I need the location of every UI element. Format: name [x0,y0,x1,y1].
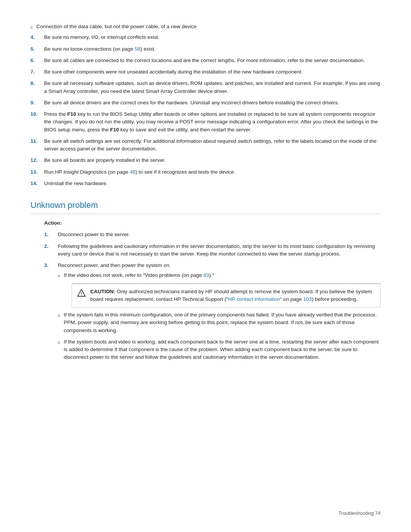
item-number: 2. [44,243,58,250]
page-link-103[interactable]: 103 [303,296,312,302]
unknown-problem-list: 1. Disconnect power to the server. 2. Fo… [44,231,381,364]
item-content: Be sure all cables are connected to the … [44,57,381,64]
bullet-text: Connection of the data cable, but not th… [37,23,197,30]
sub-bullet-item: o If the system fails in this minimum co… [58,311,381,334]
item-content: Following the guidelines and cautionary … [58,243,381,258]
bold-f10-2: F10 [110,127,119,133]
bullet-dot: o [30,24,33,30]
item-number: 5. [30,45,44,53]
hp-contact-link[interactable]: HP contact information [228,296,280,302]
item-number: 6. [30,57,44,64]
sub-bullets: o If the video does not work, refer to "… [58,272,381,279]
page-link-48[interactable]: 48 [130,169,135,175]
caution-content: CAUTION: Only authorized technicians tra… [90,288,375,304]
caution-text: Only authorized technicians trained by H… [90,289,372,302]
sub-bullet-item: o If the system boots and video is worki… [58,338,381,361]
sub-bullet-text: If the system fails in this minimum conf… [64,311,381,334]
caution-label: CAUTION: [90,289,115,294]
item-number: 7. [30,68,44,76]
svg-text:!: ! [81,291,82,296]
list-item: 8. Be sure all necessary software update… [30,80,381,95]
bold-f10: F10 [67,111,76,117]
item-text: Reconnect power, and then power the syst… [58,262,170,268]
page-link-83[interactable]: 83 [204,272,209,278]
bullet-dot: o [58,313,60,318]
item-number: 1. [44,231,58,238]
sub-bullet-text: If the system boots and video is working… [64,338,381,361]
list-item: 14. Uninstall the new hardware. [30,180,381,187]
item-number: 12. [30,157,44,164]
item-number: 14. [30,180,44,187]
item-number: 11. [30,137,44,145]
action-label: Action: [44,219,381,227]
item-number: 13. [30,168,44,176]
bullet-dot: o [58,340,60,345]
sub-bullet-text: If the video does not work, refer to "Vi… [64,272,214,279]
list-item: 7. Be sure other components were not uns… [30,68,381,76]
list-item: 9. Be sure all device drivers are the co… [30,99,381,107]
list-item: 3. Reconnect power, and then power the s… [44,262,381,364]
list-item: 1. Disconnect power to the server. [44,231,381,238]
list-item: 13. Run HP Insight Diagnostics (on page … [30,168,381,176]
top-numbered-list: 4. Be sure no memory, I/O, or interrupt … [30,34,381,187]
item-content: Be sure all necessary software updates, … [44,80,381,95]
item-content: Reconnect power, and then power the syst… [58,262,381,364]
item-number: 4. [30,34,44,41]
sub-bullet-item: o If the video does not work, refer to "… [58,272,381,279]
footer-text: Troubleshooting 74 [338,510,381,516]
list-item: 2. Following the guidelines and cautiona… [44,243,381,258]
section-heading-unknown-problem: Unknown problem [30,199,381,214]
list-item: 11. Be sure all switch settings are set … [30,137,381,153]
item-content: Disconnect power to the server. [58,231,381,238]
item-number: 9. [30,99,44,107]
warning-icon: ! [77,289,86,299]
list-item: 4. Be sure no memory, I/O, or interrupt … [30,34,381,41]
list-item: 12. Be sure all boards are properly inst… [30,157,381,164]
item-content: Be sure all device drivers are the corre… [44,99,381,107]
item-content: Press the F10 key to run the BIOS Setup … [44,110,381,134]
list-item: 10. Press the F10 key to run the BIOS Se… [30,110,381,134]
sub-bullets-after-caution: o If the system fails in this minimum co… [58,311,381,361]
item-content: Be sure no loose connections (on page 58… [44,45,381,53]
item-number: 3. [44,262,58,269]
list-item: 5. Be sure no loose connections (on page… [30,45,381,53]
item-content: Uninstall the new hardware. [44,180,381,187]
item-number: 8. [30,80,44,87]
top-bullet-item: o Connection of the data cable, but not … [30,23,381,30]
page-link-58[interactable]: 58 [135,46,140,52]
unknown-problem-content: Action: 1. Disconnect power to the serve… [44,219,381,364]
list-item: 6. Be sure all cables are connected to t… [30,57,381,64]
caution-box: ! CAUTION: Only authorized technicians t… [72,283,381,308]
item-number: 10. [30,110,44,118]
bullet-dot: o [58,273,60,279]
page-footer: Troubleshooting 74 [338,510,381,517]
item-content: Be sure other components were not unseat… [44,68,381,76]
item-content: Be sure no memory, I/O, or interrupt con… [44,34,381,41]
item-content: Be sure all boards are properly installe… [44,157,381,164]
item-content: Run HP Insight Diagnostics (on page 48) … [44,168,381,176]
item-content: Be sure all switch settings are set corr… [44,137,381,153]
